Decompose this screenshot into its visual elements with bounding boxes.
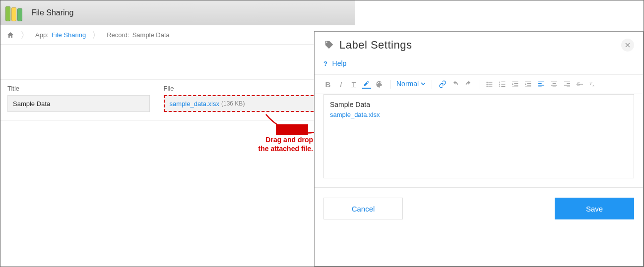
svg-rect-20	[538, 82, 544, 82]
editor-file-link[interactable]: sample_data.xlsx	[330, 110, 628, 120]
save-button-label: Save	[586, 205, 603, 213]
editor-toolbar: B I T Normal	[315, 75, 643, 94]
italic-icon[interactable]: I	[336, 80, 345, 89]
chevron-right-icon: 〉	[20, 29, 29, 41]
outdent-icon[interactable]	[511, 80, 520, 89]
svg-rect-12	[512, 82, 518, 82]
dialog-title: Label Settings	[339, 39, 412, 52]
close-button[interactable]	[621, 39, 634, 52]
breadcrumb-record-prefix: Record:	[107, 31, 129, 39]
ordered-list-icon[interactable]: 123	[498, 80, 507, 89]
save-button[interactable]: Save	[555, 198, 634, 219]
svg-point-0	[486, 82, 488, 83]
tag-icon	[323, 40, 334, 51]
breadcrumb-record-name: Sample Data	[132, 31, 170, 39]
svg-rect-14	[514, 85, 518, 85]
field-title-label: Title	[7, 85, 150, 92]
svg-rect-7	[501, 82, 505, 82]
unordered-list-icon[interactable]	[485, 80, 494, 89]
record-fields-row: Title Sample Data File sample_data.xlsx …	[0, 80, 355, 120]
svg-rect-33	[577, 84, 583, 84]
svg-rect-18	[527, 85, 531, 85]
help-link[interactable]: Help	[332, 59, 347, 67]
strikethrough-icon[interactable]: S	[576, 80, 584, 89]
svg-rect-21	[538, 83, 542, 84]
breadcrumb-record: Record: Sample Data	[107, 31, 170, 39]
svg-rect-22	[538, 85, 544, 85]
svg-rect-27	[553, 87, 556, 87]
breadcrumb: 〉 App: File Sharing 〉 Record: Sample Dat…	[0, 25, 355, 45]
svg-point-4	[486, 86, 488, 87]
align-left-icon[interactable]	[537, 80, 546, 89]
paragraph-style-label: Normal	[396, 80, 419, 88]
svg-text:3: 3	[499, 85, 501, 87]
editor-line-1: Sample Data	[330, 100, 628, 110]
svg-rect-26	[551, 85, 557, 85]
svg-rect-9	[501, 84, 505, 84]
annotation-line1: Drag and drop	[265, 136, 313, 144]
editor-area: Sample Data sample_data.xlsx	[315, 94, 643, 187]
help-icon: ?	[323, 60, 327, 67]
rich-text-editor[interactable]: Sample Data sample_data.xlsx	[323, 94, 634, 178]
bold-icon[interactable]: B	[323, 80, 332, 89]
toolbar-divider	[432, 80, 432, 89]
undo-icon[interactable]	[451, 80, 460, 89]
file-link[interactable]: sample_data.xlsx	[170, 100, 219, 107]
chevron-right-icon: 〉	[92, 29, 101, 41]
breadcrumb-app: App: File Sharing	[35, 31, 86, 39]
cancel-button[interactable]: Cancel	[323, 198, 403, 219]
svg-rect-17	[527, 83, 531, 84]
field-title-value: Sample Data	[7, 95, 150, 112]
svg-rect-1	[488, 82, 492, 82]
app-header: File Sharing	[0, 0, 355, 25]
link-icon[interactable]	[438, 80, 447, 89]
cancel-button-label: Cancel	[352, 205, 375, 213]
label-settings-dialog: Label Settings ? Help B I T	[314, 31, 644, 267]
redo-icon[interactable]	[464, 80, 473, 89]
svg-rect-3	[488, 84, 492, 84]
svg-text:T: T	[589, 81, 592, 86]
text-color-icon[interactable]	[362, 80, 371, 89]
clear-format-icon[interactable]: T×	[588, 80, 597, 89]
svg-rect-28	[564, 82, 570, 82]
toolbar-blank-row	[0, 45, 355, 80]
svg-rect-30	[564, 85, 570, 85]
svg-rect-19	[525, 87, 531, 87]
background-color-icon[interactable]	[375, 80, 384, 89]
svg-rect-31	[567, 87, 570, 87]
field-title: Title Sample Data	[0, 80, 157, 120]
svg-rect-24	[551, 82, 557, 82]
svg-rect-11	[501, 86, 505, 87]
svg-rect-5	[488, 86, 492, 86]
svg-rect-15	[512, 87, 518, 87]
annotation-bar	[276, 124, 308, 135]
svg-rect-16	[525, 82, 531, 82]
dialog-help-row: ? Help	[315, 56, 643, 75]
breadcrumb-app-link[interactable]: File Sharing	[52, 31, 86, 39]
annotation-text: Drag and drop the attached file.	[229, 135, 313, 153]
breadcrumb-app-prefix: App:	[35, 31, 49, 39]
toolbar-divider	[390, 80, 390, 89]
underline-icon[interactable]: T	[349, 80, 358, 89]
app-logo-icon	[5, 4, 25, 21]
svg-rect-25	[553, 83, 556, 84]
svg-rect-13	[514, 83, 518, 84]
dialog-footer: Cancel Save	[315, 187, 643, 229]
chevron-down-icon	[421, 81, 426, 86]
svg-text:×: ×	[592, 84, 594, 87]
svg-rect-23	[538, 87, 542, 87]
toolbar-divider	[479, 80, 479, 89]
indent-icon[interactable]	[524, 80, 533, 89]
app-window: File Sharing 〉 App: File Sharing 〉 Recor…	[0, 0, 355, 120]
annotation-line2: the attached file.	[258, 145, 313, 153]
svg-rect-29	[567, 83, 570, 84]
dialog-header: Label Settings	[315, 32, 643, 56]
align-center-icon[interactable]	[550, 80, 559, 89]
app-title: File Sharing	[31, 8, 73, 17]
paragraph-style-select[interactable]: Normal	[396, 80, 426, 89]
field-title-text: Sample Data	[13, 100, 50, 107]
home-icon[interactable]	[6, 31, 14, 39]
align-right-icon[interactable]	[563, 80, 572, 89]
svg-point-2	[486, 84, 488, 85]
file-size: (136 KB)	[221, 100, 245, 107]
